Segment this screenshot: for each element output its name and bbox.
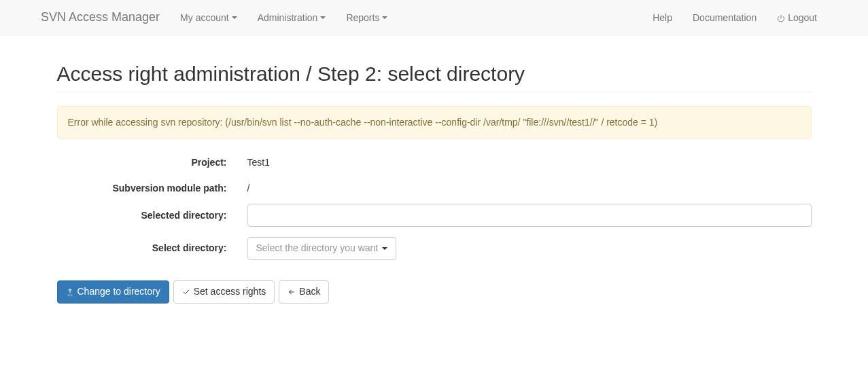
caret-icon <box>320 16 326 19</box>
brand-link[interactable]: SVN Access Manager <box>41 0 170 35</box>
top-navbar: SVN Access Manager My account Administra… <box>0 0 868 35</box>
selected-directory-label: Selected directory: <box>57 205 237 221</box>
change-button-label: Change to directory <box>77 285 160 299</box>
nav-my-account-label: My account <box>180 12 229 23</box>
set-rights-button-label: Set access rights <box>194 285 266 299</box>
project-row: Project: Test1 <box>57 152 812 168</box>
nav-my-account[interactable]: My account <box>170 2 247 33</box>
back-button-label: Back <box>299 285 320 299</box>
check-icon <box>182 288 190 296</box>
page-header: Access right administration / Step 2: se… <box>57 62 812 92</box>
power-icon <box>777 14 785 22</box>
nav-administration[interactable]: Administration <box>247 2 336 33</box>
caret-icon <box>382 16 387 19</box>
error-alert: Error while accessing svn repository: (/… <box>57 106 812 139</box>
select-directory-label: Select directory: <box>57 238 237 253</box>
nav-logout-label: Logout <box>788 12 817 23</box>
select-directory-placeholder: Select the directory you want <box>256 242 379 255</box>
caret-icon <box>232 16 237 19</box>
module-path-label: Subversion module path: <box>57 178 237 194</box>
set-access-rights-button[interactable]: Set access rights <box>173 280 275 304</box>
nav-reports-label: Reports <box>346 12 379 23</box>
nav-reports[interactable]: Reports <box>336 2 398 33</box>
error-message: Error while accessing svn repository: (/… <box>68 117 658 128</box>
page-title: Access right administration / Step 2: se… <box>57 62 812 86</box>
selected-directory-input[interactable] <box>247 204 812 227</box>
back-button[interactable]: Back <box>279 280 329 304</box>
nav-documentation[interactable]: Documentation <box>682 2 767 33</box>
module-path-value: / <box>237 178 812 194</box>
module-path-row: Subversion module path: / <box>57 178 812 194</box>
select-directory-dropdown[interactable]: Select the directory you want <box>247 237 397 260</box>
nav-logout[interactable]: Logout <box>767 2 827 33</box>
upload-icon <box>66 288 74 296</box>
arrow-left-icon <box>288 288 296 296</box>
nav-administration-label: Administration <box>258 12 318 23</box>
change-to-directory-button[interactable]: Change to directory <box>57 280 169 304</box>
caret-icon <box>382 247 387 250</box>
select-directory-row: Select directory: Select the directory y… <box>57 237 812 260</box>
selected-directory-row: Selected directory: <box>57 204 812 227</box>
project-value: Test1 <box>237 152 812 168</box>
project-label: Project: <box>57 152 237 168</box>
nav-help[interactable]: Help <box>642 2 682 33</box>
